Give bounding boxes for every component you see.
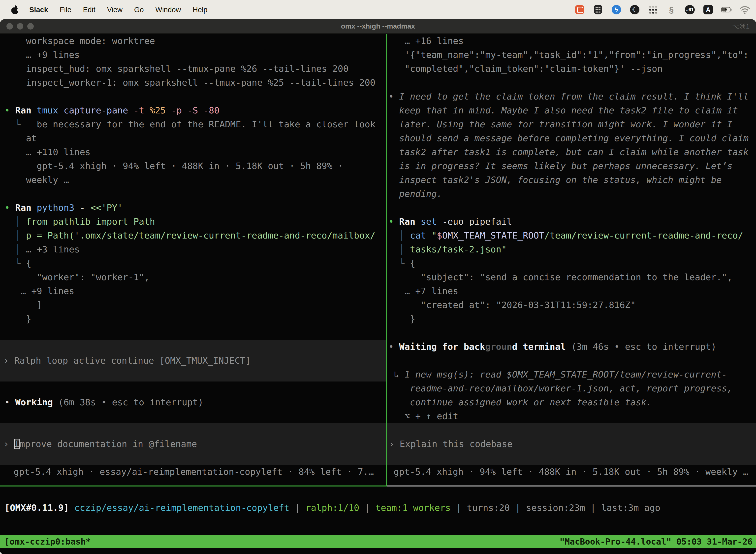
apple-logo-icon[interactable]	[11, 5, 19, 14]
terminal-line: continue assigned work or next feasible …	[388, 395, 756, 409]
terminal-line	[4, 187, 386, 201]
terminal-line: should send a message before completing …	[388, 131, 756, 145]
hud-prompt-input: › Improve documentation in @filename	[0, 437, 386, 451]
terminal-line: │ cat "$OMX_TEAM_STATE_ROOT/team/review-…	[388, 229, 756, 242]
dots-grid-icon[interactable]	[648, 4, 658, 15]
terminal-line: "subject": "send a concise recommendatio…	[388, 270, 756, 284]
window-shortcut-hint: ⌥⌘1	[732, 22, 750, 30]
blue-bolt-icon[interactable]: ϟ	[611, 4, 622, 15]
hud-prompt-box[interactable]: › Improve documentation in @filename	[0, 423, 386, 465]
terminal-line: … +7 lines	[388, 284, 756, 298]
menu-item-go[interactable]: Go	[134, 6, 144, 14]
tmux-status-bar: [omx-cczip0:bash* "MacBook-Pro-44.local"…	[0, 535, 756, 548]
menu-bar: SlackFileEditViewGoWindowHelp ϟ ☾ § ..61…	[0, 0, 756, 19]
omx-status-pane: [OMX#0.11.9] cczip/essay/ai-reimplementa…	[0, 487, 756, 540]
worker-pane: … +16 lines '{"team_name":"my-team","tas…	[387, 34, 756, 486]
worker-transcript: … +16 lines '{"team_name":"my-team","tas…	[387, 34, 756, 423]
hud-model-status-line: gpt-5.4 xhigh · essay/ai-reimplementatio…	[0, 465, 386, 479]
terminal-line: • I need to get the claim token from the…	[388, 90, 756, 104]
menu-item-window[interactable]: Window	[155, 6, 181, 14]
terminal-line: "worker": "worker-1",	[4, 270, 386, 284]
menu-item-view[interactable]: View	[107, 6, 123, 14]
terminal-line	[388, 354, 756, 368]
terminal-line: • Ran tmux capture-pane -t %25 -p -S -80	[4, 104, 386, 117]
terminal-line: '{"team_name":"my-team","task_id":"1","f…	[388, 48, 756, 62]
terminal-line: keep that in mind. Maybe I also need the…	[388, 104, 756, 117]
terminal-line	[388, 76, 756, 90]
terminal-line: later. Using the same for transition mig…	[388, 117, 756, 131]
working-status-line: • Working (6m 38s • esc to interrupt)	[0, 395, 386, 409]
omx-status-line: [OMX#0.11.9] cczip/essay/ai-reimplementa…	[0, 501, 660, 515]
hud-pane: workspace_mode: worktree … +9 lines insp…	[0, 34, 386, 486]
badge-61-icon[interactable]: ..61	[685, 4, 695, 15]
menu-item-file[interactable]: File	[60, 6, 71, 14]
tmux-session-window-tab[interactable]: [omx-cczip0:bash*	[4, 537, 91, 547]
menu-item-slack[interactable]: Slack	[29, 6, 48, 14]
terminal-line: gpt-5.4 xhigh · 94% left · 488K in · 5.1…	[4, 159, 386, 173]
terminal-line: "completed","claim_token":"claim-token"}…	[388, 62, 756, 76]
wifi-icon[interactable]	[740, 4, 750, 15]
terminal-line: └ {	[388, 257, 756, 270]
terminal-line: }	[4, 312, 386, 326]
terminal-line: … +16 lines	[388, 34, 756, 48]
squiggle-icon[interactable]: §	[666, 4, 677, 15]
terminal-line: … +110 lines	[4, 145, 386, 159]
ralph-loop-banner: › Ralph loop active continue [OMX_TMUX_I…	[0, 340, 386, 382]
terminal-line: ]	[4, 298, 386, 312]
terminal-line: gpt-5.4 xhigh · 94% left · 488K in · 5.1…	[394, 465, 756, 479]
terminal-line: │ p = Path('.omx/state/team/review-curre…	[4, 229, 386, 242]
terminal-line	[388, 326, 756, 340]
menu-items: SlackFileEditViewGoWindowHelp	[29, 6, 207, 14]
terminal-line: workspace_mode: worktree	[4, 34, 386, 48]
terminal-line: … +9 lines	[4, 284, 386, 298]
terminal-line: inspect_worker-1: omx sparkshell --tmux-…	[4, 76, 386, 90]
terminal-line: • Ran python3 - <<'PY'	[4, 201, 386, 215]
letter-a-icon[interactable]: A	[703, 4, 713, 15]
terminal-line: "created_at": "2026-03-31T11:59:27.816Z"	[388, 298, 756, 312]
terminal-line: ↳ 1 new msg(s): read $OMX_TEAM_STATE_ROO…	[388, 368, 756, 382]
terminal-line: }	[388, 312, 756, 326]
terminal-line: weekly …	[4, 173, 386, 187]
terminal-line: │ … +3 lines	[4, 242, 386, 257]
terminal-line	[388, 201, 756, 215]
dark-moon-icon[interactable]: ☾	[630, 4, 640, 15]
terminal-line: task2 after task1 is complete, but can I…	[388, 145, 756, 159]
menu-item-help[interactable]: Help	[193, 6, 208, 14]
hud-transcript: workspace_mode: worktree … +9 lines insp…	[0, 34, 386, 326]
terminal-window: omx --xhigh --madmax ⌥⌘1 workspace_mode:…	[0, 19, 756, 554]
menu-item-edit[interactable]: Edit	[83, 6, 96, 14]
worker-prompt-box[interactable]: › Explain this codebase	[387, 423, 756, 465]
worker-prompt-input: › Explain this codebase	[387, 437, 756, 451]
terminal-line: › Improve documentation in @filename	[3, 437, 386, 451]
terminal-line: is in progress? It seems likely but perh…	[388, 159, 756, 173]
keypad-shield-icon[interactable]	[593, 4, 603, 15]
terminal-line	[4, 90, 386, 104]
terminal-line: └ {	[4, 257, 386, 270]
terminal-line: › Explain this codebase	[389, 437, 756, 451]
terminal-line: [OMX#0.11.9] cczip/essay/ai-reimplementa…	[4, 501, 660, 515]
terminal-line: │ tasks/task-2.json"	[388, 242, 756, 257]
terminal-line: › Ralph loop active continue [OMX_TMUX_I…	[3, 354, 386, 368]
terminal-line: pending.	[388, 187, 756, 201]
terminal-line: └ be necessary for the end of the README…	[4, 117, 386, 131]
terminal-line: inspect task2's JSON, focusing on the st…	[388, 173, 756, 187]
terminal-line: │ from pathlib import Path	[4, 215, 386, 229]
terminal-line: gpt-5.4 xhigh · essay/ai-reimplementatio…	[14, 465, 386, 479]
screen-record-icon[interactable]	[574, 4, 585, 15]
battery-icon[interactable]	[721, 4, 732, 15]
terminal-line: ⌥ + ↑ edit	[388, 409, 756, 423]
terminal-line: • Working (6m 38s • esc to interrupt)	[4, 395, 386, 409]
terminal-line: readme-and-reco/mailbox/worker-1.json, a…	[388, 382, 756, 395]
terminal-line: … +9 lines	[4, 48, 386, 62]
terminal-line: • Waiting for background terminal (3m 46…	[388, 340, 756, 354]
menu-status-icons: ϟ ☾ § ..61 A	[574, 4, 750, 15]
window-title-bar: omx --xhigh --madmax ⌥⌘1	[0, 19, 756, 34]
terminal-line: • Ran set -euo pipefail	[388, 215, 756, 229]
worker-model-status-line: gpt-5.4 xhigh · 94% left · 488K in · 5.1…	[387, 465, 756, 479]
window-title: omx --xhigh --madmax	[0, 22, 756, 30]
terminal-line: at	[4, 131, 386, 145]
terminal-line: inspect_hud: omx sparkshell --tmux-pane …	[4, 62, 386, 76]
tmux-host-clock: "MacBook-Pro-44.local" 05:03 31-Mar-26	[560, 537, 753, 547]
